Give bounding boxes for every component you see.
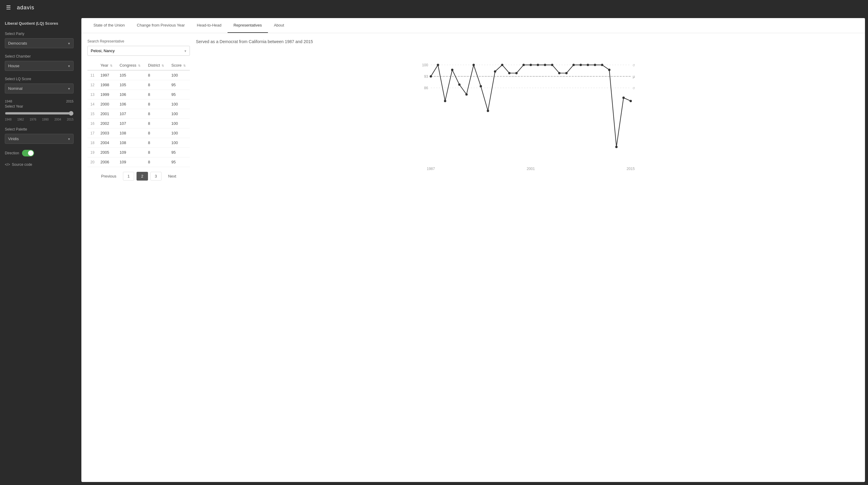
svg-point-14 bbox=[458, 84, 461, 86]
table-row: 12 1998 105 8 95 bbox=[87, 80, 190, 90]
svg-point-24 bbox=[530, 64, 532, 66]
year-min-display: 1948 bbox=[5, 99, 12, 103]
hamburger-menu[interactable]: ☰ bbox=[6, 4, 11, 11]
cell-district: 8 bbox=[145, 128, 168, 138]
svg-text:2001: 2001 bbox=[527, 167, 535, 171]
col-score[interactable]: Score ⇅ bbox=[168, 61, 190, 70]
cell-year: 1998 bbox=[97, 80, 116, 90]
cell-congress: 109 bbox=[117, 157, 145, 167]
year-ticks: 1948 1962 1976 1990 2004 2015 bbox=[5, 118, 73, 121]
source-code-link[interactable]: </> Source code bbox=[5, 162, 73, 167]
col-district[interactable]: District ⇅ bbox=[145, 61, 168, 70]
svg-point-17 bbox=[479, 85, 482, 87]
svg-point-10 bbox=[430, 75, 432, 78]
year-label: Select Year bbox=[5, 104, 73, 109]
tab-about[interactable]: About bbox=[268, 18, 290, 33]
sidebar-title: Liberal Quotient (LQ) Scores bbox=[5, 21, 73, 26]
tab-change-previous-year[interactable]: Change from Previous Year bbox=[131, 18, 191, 33]
svg-point-38 bbox=[629, 100, 632, 102]
svg-point-34 bbox=[601, 64, 603, 66]
row-num: 16 bbox=[87, 119, 97, 128]
cell-congress: 108 bbox=[117, 128, 145, 138]
cell-year: 2001 bbox=[97, 109, 116, 119]
cell-score: 100 bbox=[168, 109, 190, 119]
cell-year: 1999 bbox=[97, 90, 116, 99]
year-max-display: 2015 bbox=[66, 99, 73, 103]
source-code-label: Source code bbox=[12, 162, 32, 167]
lq-section: Select LQ Score Nominal Adjusted bbox=[5, 77, 73, 93]
cell-year: 2003 bbox=[97, 128, 116, 138]
page-3-button[interactable]: 3 bbox=[150, 172, 161, 181]
year-range-display: 1948 2015 bbox=[5, 99, 73, 103]
line-chart: 8693100μσσ198720012015 bbox=[196, 50, 859, 177]
cell-district: 8 bbox=[145, 119, 168, 128]
svg-point-16 bbox=[472, 64, 475, 66]
party-select[interactable]: Democrats Republicans All bbox=[5, 38, 73, 48]
table-row: 11 1997 105 8 100 bbox=[87, 70, 190, 80]
search-label: Search Representative bbox=[87, 39, 190, 43]
chart-container: 8693100μσσ198720012015 bbox=[196, 50, 859, 177]
table-row: 16 2002 107 8 100 bbox=[87, 119, 190, 128]
cell-congress: 109 bbox=[117, 148, 145, 157]
direction-toggle[interactable] bbox=[22, 150, 34, 156]
lq-select[interactable]: Nominal Adjusted bbox=[5, 84, 73, 93]
svg-point-18 bbox=[487, 110, 489, 112]
svg-point-31 bbox=[580, 64, 582, 66]
row-num: 12 bbox=[87, 80, 97, 90]
cell-score: 95 bbox=[168, 157, 190, 167]
svg-text:100: 100 bbox=[422, 63, 428, 67]
svg-text:μ: μ bbox=[632, 74, 635, 79]
cell-congress: 105 bbox=[117, 70, 145, 80]
svg-point-36 bbox=[615, 146, 618, 148]
cell-score: 100 bbox=[168, 99, 190, 109]
app-layout: Liberal Quotient (LQ) Scores Select Part… bbox=[0, 15, 868, 485]
palette-select-wrapper: Viridis Plasma Inferno Magma bbox=[5, 134, 73, 144]
data-table: Year ⇅ Congress ⇅ District ⇅ Score ⇅ 11 … bbox=[87, 61, 190, 167]
tab-state-of-union[interactable]: State of the Union bbox=[87, 18, 131, 33]
svg-point-13 bbox=[451, 69, 454, 71]
party-select-wrapper: Democrats Republicans All bbox=[5, 38, 73, 48]
prev-button[interactable]: Previous bbox=[97, 172, 121, 180]
representative-search[interactable]: Pelosi, Nancy bbox=[87, 46, 190, 56]
page-1-button[interactable]: 1 bbox=[123, 172, 134, 181]
row-num: 20 bbox=[87, 157, 97, 167]
svg-point-25 bbox=[537, 64, 539, 66]
palette-section: Select Palette Viridis Plasma Inferno Ma… bbox=[5, 127, 73, 144]
row-num: 18 bbox=[87, 138, 97, 148]
page-2-button[interactable]: 2 bbox=[136, 172, 148, 181]
chamber-select[interactable]: House Senate bbox=[5, 61, 73, 71]
palette-select[interactable]: Viridis Plasma Inferno Magma bbox=[5, 134, 73, 144]
table-row: 15 2001 107 8 100 bbox=[87, 109, 190, 119]
next-button[interactable]: Next bbox=[164, 172, 181, 180]
cell-district: 8 bbox=[145, 138, 168, 148]
row-num: 13 bbox=[87, 90, 97, 99]
svg-point-15 bbox=[465, 93, 468, 96]
content-area: Search Representative Pelosi, Nancy Year… bbox=[82, 33, 865, 191]
svg-text:93: 93 bbox=[424, 74, 428, 79]
cell-score: 95 bbox=[168, 148, 190, 157]
tab-head-to-head[interactable]: Head-to-Head bbox=[191, 18, 227, 33]
svg-point-12 bbox=[444, 100, 446, 102]
table-row: 18 2004 108 8 100 bbox=[87, 138, 190, 148]
svg-point-26 bbox=[544, 64, 547, 66]
cell-year: 2004 bbox=[97, 138, 116, 148]
cell-year: 2005 bbox=[97, 148, 116, 157]
sidebar: Liberal Quotient (LQ) Scores Select Part… bbox=[0, 15, 79, 485]
row-num: 17 bbox=[87, 128, 97, 138]
year-slider[interactable] bbox=[5, 111, 73, 116]
tab-representatives[interactable]: Representatives bbox=[227, 18, 268, 33]
svg-point-20 bbox=[501, 64, 503, 66]
chamber-select-wrapper: House Senate bbox=[5, 61, 73, 71]
header: ☰ adavis bbox=[0, 0, 868, 15]
cell-year: 1997 bbox=[97, 70, 116, 80]
app-title: adavis bbox=[17, 4, 34, 11]
chamber-section: Select Chamber House Senate bbox=[5, 54, 73, 71]
cell-district: 8 bbox=[145, 90, 168, 99]
cell-district: 8 bbox=[145, 109, 168, 119]
col-year[interactable]: Year ⇅ bbox=[97, 61, 116, 70]
cell-congress: 107 bbox=[117, 119, 145, 128]
col-congress[interactable]: Congress ⇅ bbox=[117, 61, 145, 70]
cell-score: 100 bbox=[168, 138, 190, 148]
cell-score: 100 bbox=[168, 128, 190, 138]
svg-point-27 bbox=[551, 64, 553, 66]
